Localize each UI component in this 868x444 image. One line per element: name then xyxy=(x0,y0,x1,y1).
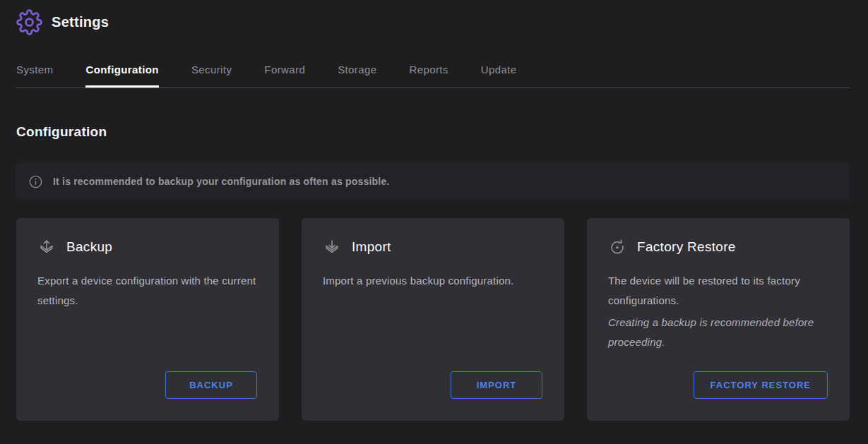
import-card: Import Import a previous backup configur… xyxy=(302,218,564,421)
backup-card-description: Export a device configuration with the c… xyxy=(37,271,258,311)
factory-restore-card: Factory Restore The device will be resto… xyxy=(587,218,850,421)
app-header: Settings xyxy=(16,0,850,35)
info-banner-text: It is recommended to backup your configu… xyxy=(53,176,389,187)
import-card-header: Import xyxy=(323,238,543,256)
import-card-description: Import a previous backup configuration. xyxy=(323,271,543,291)
backup-card-header: Backup xyxy=(37,238,258,256)
app-title: Settings xyxy=(52,14,109,30)
tab-security[interactable]: Security xyxy=(191,64,232,88)
import-button[interactable]: IMPORT xyxy=(451,371,542,399)
factory-restore-button[interactable]: FACTORY RESTORE xyxy=(694,371,828,399)
info-banner: It is recommended to backup your configu… xyxy=(16,163,850,200)
restore-icon xyxy=(608,238,626,256)
factory-restore-card-header: Factory Restore xyxy=(608,238,828,256)
backup-card-title: Backup xyxy=(66,239,112,255)
upload-icon xyxy=(37,238,56,256)
download-icon xyxy=(323,238,341,256)
tab-storage[interactable]: Storage xyxy=(338,64,376,88)
backup-card: Backup Export a device configuration wit… xyxy=(16,218,279,421)
tab-forward[interactable]: Forward xyxy=(264,64,305,88)
factory-restore-card-note: Creating a backup is recommended before … xyxy=(608,313,828,352)
tab-configuration[interactable]: Configuration xyxy=(85,64,159,88)
page-title: Configuration xyxy=(16,124,850,140)
info-icon xyxy=(28,174,43,189)
settings-page: Settings System Configuration Security F… xyxy=(0,0,868,444)
tab-reports[interactable]: Reports xyxy=(409,64,448,88)
gear-icon xyxy=(16,9,42,35)
backup-button[interactable]: BACKUP xyxy=(165,371,257,399)
factory-restore-card-title: Factory Restore xyxy=(637,239,736,255)
tab-system[interactable]: System xyxy=(16,64,53,88)
action-cards: Backup Export a device configuration wit… xyxy=(16,218,850,421)
factory-restore-card-description: The device will be restored to its facto… xyxy=(608,271,828,311)
import-card-title: Import xyxy=(352,239,391,255)
tab-update[interactable]: Update xyxy=(481,64,517,88)
tab-bar: System Configuration Security Forward St… xyxy=(16,64,850,88)
